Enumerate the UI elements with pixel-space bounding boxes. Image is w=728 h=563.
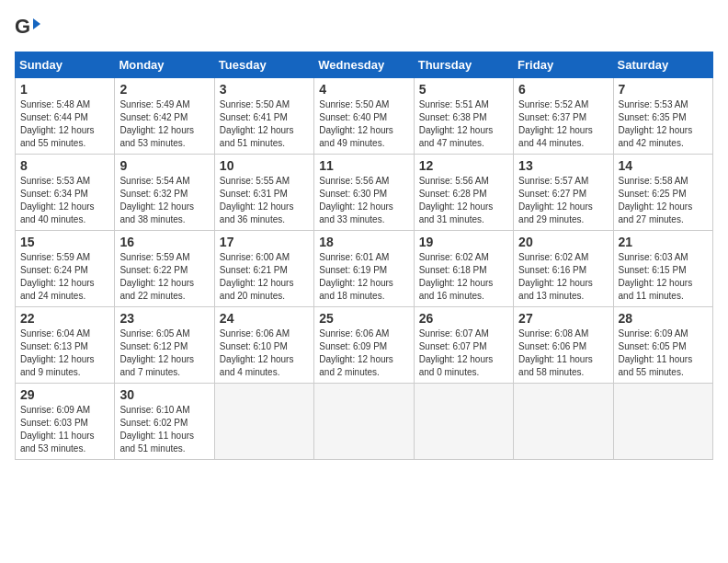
table-row: 27Sunrise: 6:08 AMSunset: 6:06 PMDayligh… [514,307,613,384]
col-sunday: Sunday [16,52,115,78]
cell-content: Sunrise: 6:04 AMSunset: 6:13 PMDaylight:… [20,328,95,377]
cell-content: Sunrise: 5:53 AMSunset: 6:35 PMDaylight:… [619,99,693,148]
cell-content: Sunrise: 6:07 AMSunset: 6:07 PMDaylight:… [419,328,494,377]
day-number: 2 [119,82,209,97]
table-row [613,384,712,460]
table-row: 23Sunrise: 6:05 AMSunset: 6:12 PMDayligh… [115,307,214,384]
cell-content: Sunrise: 6:01 AMSunset: 6:19 PMDaylight:… [319,252,393,301]
calendar-row: 22Sunrise: 6:04 AMSunset: 6:13 PMDayligh… [16,307,713,384]
cell-content: Sunrise: 5:52 AMSunset: 6:37 PMDaylight:… [518,99,593,148]
day-number: 20 [518,235,608,249]
day-number: 5 [419,82,508,97]
day-number: 8 [20,158,109,173]
day-number: 10 [220,158,309,173]
cell-content: Sunrise: 5:59 AMSunset: 6:24 PMDaylight:… [20,252,95,301]
day-number: 6 [518,82,608,97]
day-number: 27 [518,311,608,326]
day-number: 30 [119,387,209,402]
table-row: 30Sunrise: 6:10 AMSunset: 6:02 PMDayligh… [115,384,214,460]
cell-content: Sunrise: 5:57 AMSunset: 6:27 PMDaylight:… [518,176,593,224]
table-row: 26Sunrise: 6:07 AMSunset: 6:07 PMDayligh… [414,307,513,384]
cell-content: Sunrise: 5:56 AMSunset: 6:28 PMDaylight:… [419,176,494,224]
day-number: 26 [419,311,508,326]
table-row: 6Sunrise: 5:52 AMSunset: 6:37 PMDaylight… [514,78,613,155]
day-number: 24 [220,311,309,326]
cell-content: Sunrise: 5:50 AMSunset: 6:40 PMDaylight:… [319,99,393,148]
cell-content: Sunrise: 6:00 AMSunset: 6:21 PMDaylight:… [220,252,294,301]
col-thursday: Thursday [414,52,513,78]
day-number: 22 [20,311,109,326]
day-number: 28 [619,311,708,326]
cell-content: Sunrise: 6:10 AMSunset: 6:02 PMDaylight:… [119,405,194,454]
day-number: 25 [319,311,408,326]
table-row: 25Sunrise: 6:06 AMSunset: 6:09 PMDayligh… [314,307,414,384]
day-number: 11 [319,158,408,173]
table-row [514,384,613,460]
day-number: 21 [619,235,708,249]
table-row: 28Sunrise: 6:09 AMSunset: 6:05 PMDayligh… [613,307,712,384]
cell-content: Sunrise: 6:02 AMSunset: 6:16 PMDaylight:… [518,252,593,301]
table-row [414,384,513,460]
calendar-table: Sunday Monday Tuesday Wednesday Thursday… [15,52,713,460]
table-row: 1Sunrise: 5:48 AMSunset: 6:44 PMDaylight… [16,78,115,155]
cell-content: Sunrise: 6:06 AMSunset: 6:09 PMDaylight:… [319,328,393,377]
day-number: 23 [119,311,209,326]
day-number: 19 [419,235,508,249]
cell-content: Sunrise: 6:09 AMSunset: 6:05 PMDaylight:… [619,328,693,377]
table-row: 22Sunrise: 6:04 AMSunset: 6:13 PMDayligh… [16,307,115,384]
table-row: 11Sunrise: 5:56 AMSunset: 6:30 PMDayligh… [314,155,414,231]
cell-content: Sunrise: 5:59 AMSunset: 6:22 PMDaylight:… [119,252,194,301]
cell-content: Sunrise: 6:08 AMSunset: 6:06 PMDaylight:… [518,328,593,377]
svg-marker-1 [33,18,40,29]
cell-content: Sunrise: 5:53 AMSunset: 6:34 PMDaylight:… [20,176,95,224]
col-friday: Friday [514,52,613,78]
logo: G [15,15,42,40]
table-row [314,384,414,460]
calendar-row: 1Sunrise: 5:48 AMSunset: 6:44 PMDaylight… [16,78,713,155]
table-row [214,384,313,460]
cell-content: Sunrise: 5:49 AMSunset: 6:42 PMDaylight:… [119,99,194,148]
day-number: 17 [220,235,309,249]
day-number: 7 [619,82,708,97]
day-number: 13 [518,158,608,173]
table-row: 15Sunrise: 5:59 AMSunset: 6:24 PMDayligh… [16,231,115,307]
day-number: 29 [20,387,109,402]
cell-content: Sunrise: 6:02 AMSunset: 6:18 PMDaylight:… [419,252,494,301]
col-wednesday: Wednesday [314,52,414,78]
table-row: 19Sunrise: 6:02 AMSunset: 6:18 PMDayligh… [414,231,513,307]
table-row: 14Sunrise: 5:58 AMSunset: 6:25 PMDayligh… [613,155,712,231]
cell-content: Sunrise: 5:54 AMSunset: 6:32 PMDaylight:… [119,176,194,224]
day-number: 3 [220,82,309,97]
table-row: 24Sunrise: 6:06 AMSunset: 6:10 PMDayligh… [214,307,313,384]
col-saturday: Saturday [613,52,712,78]
col-monday: Monday [115,52,214,78]
table-row: 18Sunrise: 6:01 AMSunset: 6:19 PMDayligh… [314,231,414,307]
cell-content: Sunrise: 6:06 AMSunset: 6:10 PMDaylight:… [220,328,294,377]
day-number: 12 [419,158,508,173]
page-header: G [15,15,713,40]
day-number: 9 [119,158,209,173]
cell-content: Sunrise: 5:51 AMSunset: 6:38 PMDaylight:… [419,99,494,148]
table-row: 12Sunrise: 5:56 AMSunset: 6:28 PMDayligh… [414,155,513,231]
table-row: 10Sunrise: 5:55 AMSunset: 6:31 PMDayligh… [214,155,313,231]
cell-content: Sunrise: 5:50 AMSunset: 6:41 PMDaylight:… [220,99,294,148]
svg-text:G: G [15,15,30,38]
table-row: 2Sunrise: 5:49 AMSunset: 6:42 PMDaylight… [115,78,214,155]
day-number: 14 [619,158,708,173]
calendar-row: 8Sunrise: 5:53 AMSunset: 6:34 PMDaylight… [16,155,713,231]
table-row: 9Sunrise: 5:54 AMSunset: 6:32 PMDaylight… [115,155,214,231]
table-row: 5Sunrise: 5:51 AMSunset: 6:38 PMDaylight… [414,78,513,155]
table-row: 13Sunrise: 5:57 AMSunset: 6:27 PMDayligh… [514,155,613,231]
table-row: 21Sunrise: 6:03 AMSunset: 6:15 PMDayligh… [613,231,712,307]
table-row: 16Sunrise: 5:59 AMSunset: 6:22 PMDayligh… [115,231,214,307]
cell-content: Sunrise: 6:09 AMSunset: 6:03 PMDaylight:… [20,405,95,454]
day-number: 16 [119,235,209,249]
day-number: 15 [20,235,109,249]
table-row: 29Sunrise: 6:09 AMSunset: 6:03 PMDayligh… [16,384,115,460]
day-number: 18 [319,235,408,249]
table-row: 17Sunrise: 6:00 AMSunset: 6:21 PMDayligh… [214,231,313,307]
table-row: 3Sunrise: 5:50 AMSunset: 6:41 PMDaylight… [214,78,313,155]
cell-content: Sunrise: 5:55 AMSunset: 6:31 PMDaylight:… [220,176,294,224]
table-row: 8Sunrise: 5:53 AMSunset: 6:34 PMDaylight… [16,155,115,231]
table-row: 20Sunrise: 6:02 AMSunset: 6:16 PMDayligh… [514,231,613,307]
